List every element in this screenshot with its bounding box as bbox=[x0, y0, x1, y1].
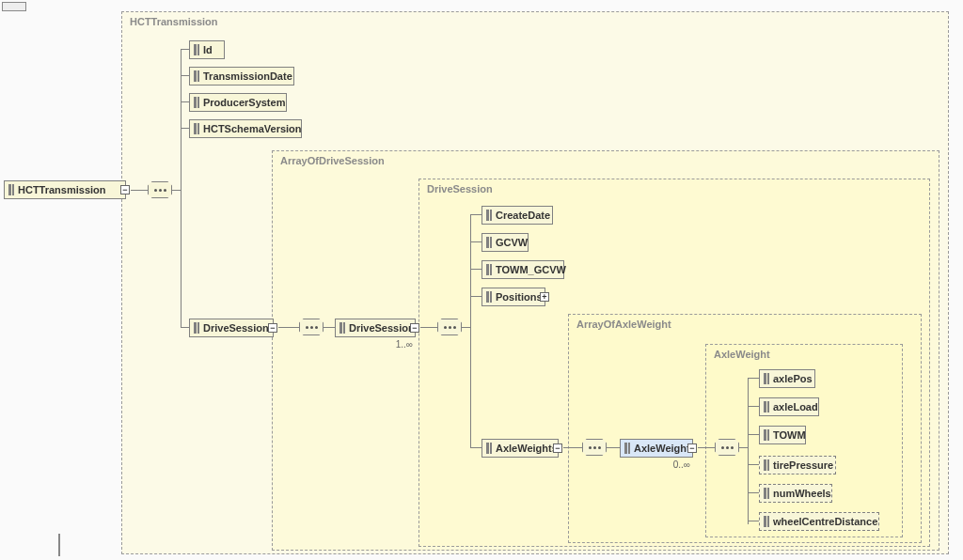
scroll-thumb-decoration bbox=[58, 534, 60, 556]
node-label: GCVW bbox=[496, 237, 528, 248]
node-label: wheelCentreDistance bbox=[773, 516, 877, 527]
collapse-icon[interactable]: − bbox=[553, 443, 562, 453]
node-drive-session[interactable]: DriveSession − 1..∞ bbox=[335, 319, 416, 337]
sequence-compositor[interactable] bbox=[148, 181, 172, 198]
node-label: AxleWeights bbox=[496, 443, 558, 454]
node-towm[interactable]: TOWM bbox=[759, 426, 806, 444]
node-label: Positions bbox=[496, 291, 543, 303]
node-axle-load[interactable]: axleLoad bbox=[759, 397, 819, 416]
schema-canvas[interactable]: HCTTransmission ArrayOfDriveSession Driv… bbox=[0, 0, 963, 560]
group-title: ArrayOfDriveSession bbox=[280, 155, 385, 166]
node-create-date[interactable]: CreateDate bbox=[482, 206, 553, 225]
expand-icon[interactable]: + bbox=[540, 292, 549, 302]
node-producer-system[interactable]: ProducerSystem bbox=[189, 93, 287, 112]
node-transmission-date[interactable]: TransmissionDate bbox=[189, 67, 294, 86]
group-title: HCTTransmission bbox=[130, 16, 218, 27]
node-label: DriveSession bbox=[349, 322, 415, 334]
node-label: TOWM bbox=[773, 429, 806, 441]
node-towm-gcvw[interactable]: TOWM_GCVW bbox=[482, 260, 564, 279]
node-label: HCTSchemaVersion bbox=[203, 123, 302, 134]
node-id[interactable]: Id bbox=[189, 40, 225, 59]
node-label: DriveSessions bbox=[203, 322, 275, 334]
node-label: TransmissionDate bbox=[203, 70, 292, 82]
node-axle-weights[interactable]: AxleWeights − bbox=[482, 439, 559, 458]
sequence-compositor[interactable] bbox=[715, 439, 739, 456]
node-label: TOWM_GCVW bbox=[496, 264, 566, 275]
sequence-compositor[interactable] bbox=[582, 439, 607, 456]
node-num-wheels[interactable]: numWheels bbox=[759, 484, 832, 503]
node-label: AxleWeight bbox=[634, 443, 690, 454]
node-drive-sessions[interactable]: DriveSessions − bbox=[189, 319, 274, 337]
cardinality: 0..∞ bbox=[673, 459, 690, 470]
node-axle-pos[interactable]: axlePos bbox=[759, 369, 815, 388]
node-gcvw[interactable]: GCVW bbox=[482, 233, 529, 252]
node-label: axlePos bbox=[773, 373, 813, 384]
sequence-compositor[interactable] bbox=[437, 319, 462, 335]
node-label: axleLoad bbox=[773, 401, 818, 412]
group-title: DriveSession bbox=[427, 183, 493, 194]
collapse-icon[interactable]: − bbox=[120, 185, 130, 194]
node-hcttransmission-root[interactable]: HCTTransmission − bbox=[4, 180, 126, 199]
node-wheel-centre-distance[interactable]: wheelCentreDistance bbox=[759, 512, 879, 531]
collapse-icon[interactable]: − bbox=[410, 323, 419, 333]
group-title: AxleWeight bbox=[714, 349, 770, 360]
group-title: ArrayOfAxleWeight bbox=[576, 319, 671, 330]
collapse-icon[interactable]: − bbox=[687, 443, 697, 453]
node-hct-schema-version[interactable]: HCTSchemaVersion bbox=[189, 119, 302, 138]
window-corner-mark bbox=[2, 2, 26, 11]
node-label: Id bbox=[203, 44, 213, 55]
collapse-icon[interactable]: − bbox=[268, 323, 277, 333]
node-tire-pressure[interactable]: tirePressure bbox=[759, 456, 836, 474]
cardinality: 1..∞ bbox=[396, 339, 413, 350]
node-label: CreateDate bbox=[496, 210, 550, 221]
node-label: HCTTransmission bbox=[18, 184, 106, 195]
sequence-compositor[interactable] bbox=[299, 319, 324, 335]
node-label: numWheels bbox=[773, 488, 831, 499]
node-axle-weight[interactable]: AxleWeight − 0..∞ bbox=[620, 439, 693, 458]
node-label: tirePressure bbox=[773, 459, 833, 471]
node-label: ProducerSystem bbox=[203, 97, 285, 108]
node-positions[interactable]: Positions + bbox=[482, 288, 545, 306]
